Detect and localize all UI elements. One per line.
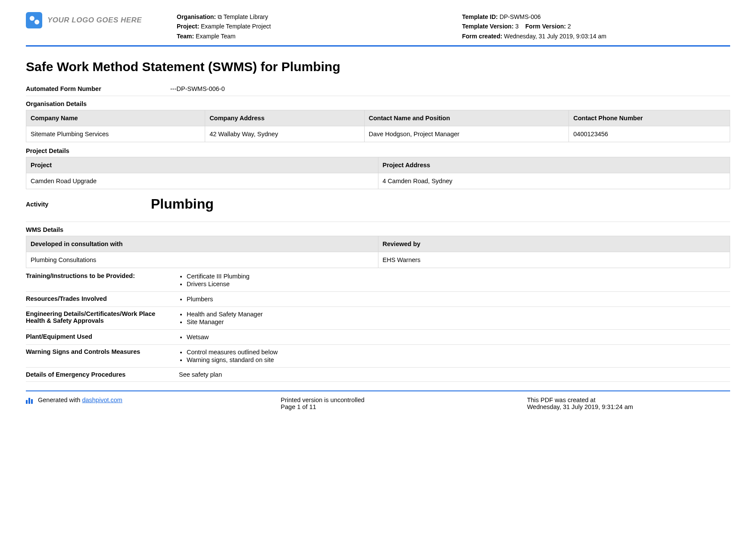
emergency-value: See safety plan (170, 371, 730, 378)
template-id-label: Template ID: (462, 13, 498, 20)
plant-row: Plant/Equipment Used Wetsaw (26, 330, 730, 345)
activity-value: Plumbing (151, 196, 214, 212)
footer-left: Generated with dashpivot.com (26, 397, 229, 410)
org-col-2: Contact Name and Position (364, 110, 569, 126)
wms-cell-1: EHS Warners (378, 252, 730, 268)
resources-list: Plumbers (179, 295, 730, 303)
form-version-label: Form Version: (525, 23, 566, 30)
afn-row: Automated Form Number ---DP-SWMS-006-0 (26, 82, 730, 96)
list-item: Wetsaw (187, 333, 730, 341)
team-value: Example Team (196, 33, 235, 40)
project-details-table: Project Project Address Camden Road Upgr… (26, 157, 730, 189)
footer-center: Printed version is uncontrolled Page 1 o… (229, 397, 484, 410)
org-col-3: Contact Phone Number (569, 110, 730, 126)
proj-cell-1: 4 Camden Road, Sydney (378, 173, 730, 189)
org-col-1: Company Address (205, 110, 364, 126)
created-label: This PDF was created at (527, 397, 730, 403)
page-number: Page 1 of 11 (281, 403, 484, 410)
header-meta-right: Template ID: DP-SWMS-006 Template Versio… (462, 12, 730, 41)
list-item: Drivers License (187, 280, 730, 288)
logo-block: YOUR LOGO GOES HERE (26, 12, 159, 28)
table-row: Camden Road Upgrade 4 Camden Road, Sydne… (26, 173, 730, 189)
team-label: Team: (177, 33, 194, 40)
warning-row: Warning Signs and Controls Measures Cont… (26, 345, 730, 368)
template-version-value: 3 (515, 23, 519, 30)
header-rule (26, 45, 730, 47)
wms-cell-0: Plumbing Consultations (26, 252, 378, 268)
plant-label: Plant/Equipment Used (26, 333, 170, 341)
table-row: Sitemate Plumbing Services 42 Wallaby Wa… (26, 126, 730, 142)
table-row: Plumbing Consultations EHS Warners (26, 252, 730, 268)
printed-text: Printed version is uncontrolled (281, 397, 484, 403)
template-version-label: Template Version: (462, 23, 514, 30)
activity-row: Activity Plumbing (26, 190, 730, 222)
project-details-heading: Project Details (26, 143, 730, 157)
footer: Generated with dashpivot.com Printed ver… (26, 391, 730, 410)
proj-cell-0: Camden Road Upgrade (26, 173, 378, 189)
training-row: Training/Instructions to be Provided: Ce… (26, 269, 730, 292)
wms-heading: WMS Details (26, 222, 730, 236)
wms-table: Developed in consultation with Reviewed … (26, 236, 730, 268)
warning-list: Control measures outlined below Warning … (179, 348, 730, 364)
list-item: Control measures outlined below (187, 348, 730, 356)
org-details-table: Company Name Company Address Contact Nam… (26, 110, 730, 142)
created-value: Wednesday, 31 July 2019, 9:31:24 am (527, 403, 730, 410)
proj-col-0: Project (26, 157, 378, 173)
template-id-value: DP-SWMS-006 (500, 13, 541, 20)
engineering-list: Health and Safety Manager Site Manager (179, 310, 730, 326)
org-col-0: Company Name (26, 110, 205, 126)
resources-label: Resources/Trades Involved (26, 295, 170, 303)
warning-label: Warning Signs and Controls Measures (26, 348, 170, 364)
engineering-row: Engineering Details/Certificates/Work Pl… (26, 307, 730, 330)
emergency-label: Details of Emergency Procedures (26, 371, 170, 378)
afn-label: Automated Form Number (26, 85, 170, 92)
resources-row: Resources/Trades Involved Plumbers (26, 292, 730, 307)
proj-col-1: Project Address (378, 157, 730, 173)
generated-link[interactable]: dashpivot.com (82, 397, 122, 403)
bars-icon (26, 397, 34, 404)
project-label: Project: (177, 23, 199, 30)
emergency-row: Details of Emergency Procedures See safe… (26, 368, 730, 382)
list-item: Certificate III Plumbing (187, 272, 730, 280)
form-created-label: Form created: (462, 33, 502, 40)
project-value: Example Template Project (201, 23, 271, 30)
training-list: Certificate III Plumbing Drivers License (179, 272, 730, 288)
wms-col-1: Reviewed by (378, 236, 730, 252)
list-item: Health and Safety Manager (187, 310, 730, 318)
form-version-value: 2 (568, 23, 571, 30)
page-title: Safe Work Method Statement (SWMS) for Pl… (26, 59, 730, 74)
org-details-heading: Organisation Details (26, 96, 730, 110)
logo-icon (26, 12, 42, 28)
logo-placeholder-text: YOUR LOGO GOES HERE (47, 16, 142, 25)
footer-right: This PDF was created at Wednesday, 31 Ju… (484, 397, 730, 410)
wms-col-0: Developed in consultation with (26, 236, 378, 252)
afn-value: ---DP-SWMS-006-0 (170, 85, 730, 92)
list-item: Warning signs, standard on site (187, 356, 730, 364)
org-value: ⧉ Template Library (218, 13, 268, 20)
org-cell-1: 42 Wallaby Way, Sydney (205, 126, 364, 142)
org-cell-0: Sitemate Plumbing Services (26, 126, 205, 142)
generated-prefix: Generated with (38, 397, 82, 403)
header-meta-left: Organisation: ⧉ Template Library Project… (177, 12, 445, 41)
org-label: Organisation: (177, 13, 216, 20)
engineering-label: Engineering Details/Certificates/Work Pl… (26, 310, 170, 326)
list-item: Site Manager (187, 318, 730, 326)
list-item: Plumbers (187, 295, 730, 303)
form-created-value: Wednesday, 31 July 2019, 9:03:14 am (504, 33, 606, 40)
activity-label: Activity (26, 201, 151, 208)
org-cell-3: 0400123456 (569, 126, 730, 142)
header: YOUR LOGO GOES HERE Organisation: ⧉ Temp… (26, 12, 730, 45)
org-cell-2: Dave Hodgson, Project Manager (364, 126, 569, 142)
training-label: Training/Instructions to be Provided: (26, 272, 170, 288)
plant-list: Wetsaw (179, 333, 730, 341)
